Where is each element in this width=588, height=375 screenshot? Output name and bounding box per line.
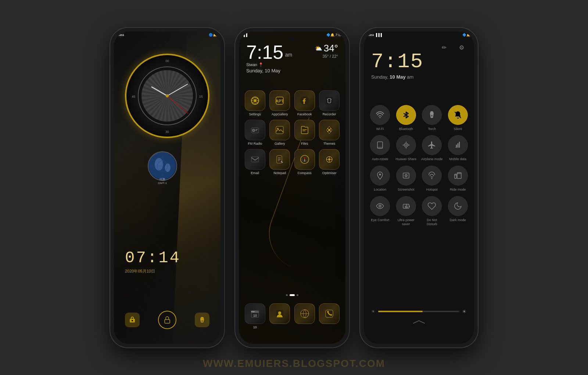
svg-rect-38 (251, 157, 259, 162)
ctrl-hotspot[interactable]: Hotspot (421, 166, 443, 192)
location-icon[interactable] (370, 166, 390, 185)
app-browser[interactable] (294, 303, 315, 329)
huawei-share-icon[interactable] (396, 135, 416, 155)
svg-point-5 (155, 158, 163, 170)
themes-app-icon[interactable] (319, 120, 340, 140)
svg-text:00: 00 (165, 59, 169, 63)
weather-cloud-icon: ⛅ (315, 45, 322, 52)
fmradio-app-icon[interactable] (245, 120, 265, 140)
svg-rect-27 (255, 130, 257, 131)
ride-mode-label: Ride mode (450, 188, 466, 192)
ctrl-ultra-power[interactable]: Ultra power saver (395, 196, 417, 226)
gallery-app-icon[interactable] (269, 120, 290, 140)
notepad-app-icon[interactable] (269, 149, 290, 170)
weather-temperature: 34° (324, 43, 338, 54)
optimiser-app-icon[interactable] (319, 149, 340, 170)
hotspot-icon[interactable] (422, 166, 442, 185)
app-phone[interactable] (319, 303, 340, 329)
home-city: Siwan 📍 (246, 62, 292, 67)
screenshot-icon[interactable] (396, 166, 416, 185)
torch-icon[interactable] (422, 105, 442, 125)
app-settings[interactable]: Settings (244, 90, 266, 116)
page-indicator (286, 294, 298, 296)
ctrl-torch[interactable]: Torch (421, 105, 443, 131)
location-label: Location (374, 188, 386, 192)
edit-icon[interactable]: ✏ (439, 43, 449, 53)
ctrl-dnd[interactable]: Do Not Disturb (421, 196, 443, 226)
status-bar-phone1: Idea 🔵🔔 (118, 33, 217, 37)
app-files[interactable]: Files (294, 120, 315, 145)
wifi-label: Wi-Fi (376, 127, 384, 131)
svg-rect-71 (457, 173, 461, 174)
app-optimiser[interactable]: Optimiser (319, 149, 340, 175)
app-facebook[interactable]: Facebook (294, 90, 315, 116)
brightness-control: ☀ ☀ (371, 309, 467, 314)
appgallery-app-icon[interactable]: APT (269, 90, 290, 111)
silent-icon[interactable] (448, 105, 468, 125)
brightness-fill (378, 311, 423, 312)
app-gallery[interactable]: Gallery (269, 120, 291, 145)
svg-rect-42 (278, 161, 280, 161)
themes-app-label: Themes (323, 142, 336, 145)
ctrl-location[interactable]: Location (369, 166, 391, 192)
camera-icon-lock[interactable] (125, 313, 140, 327)
phone-app-icon[interactable] (319, 303, 340, 324)
calendar-app-icon[interactable]: 10 Sun (245, 303, 265, 324)
app-email[interactable]: Email (244, 149, 266, 175)
dot-1 (286, 294, 288, 296)
app-contacts[interactable] (269, 303, 291, 329)
wifi-icon[interactable] (370, 105, 390, 125)
ctrl-ride-mode[interactable]: Ride mode (447, 166, 469, 192)
mobile-data-icon[interactable] (448, 135, 468, 155)
airplane-icon[interactable] (422, 135, 442, 155)
eye-comfort-icon[interactable] (370, 196, 390, 216)
notepad-app-label: Notepad (273, 171, 286, 175)
ctrl-bluetooth[interactable]: Bluetooth (395, 105, 417, 131)
dot-2-active (290, 294, 295, 296)
phone-lockscreen: Idea 🔵🔔 (110, 28, 224, 347)
ctrl-wifi[interactable]: Wi-Fi (369, 105, 391, 131)
svg-point-36 (330, 131, 331, 132)
ride-mode-icon[interactable] (448, 166, 468, 185)
gallery-app-label: Gallery (275, 142, 285, 145)
email-app-icon[interactable] (245, 149, 265, 170)
app-notepad[interactable]: Notepad (269, 149, 291, 175)
ctrl-eye-comfort[interactable]: Eye Comfort (369, 196, 391, 226)
dark-mode-icon[interactable] (448, 196, 468, 216)
app-themes[interactable]: Themes (319, 120, 340, 145)
app-calendar[interactable]: 10 Sun 10 (244, 303, 266, 329)
torch-label: Torch (428, 127, 436, 131)
settings-app-icon[interactable] (245, 90, 265, 111)
collapse-handle[interactable] (412, 319, 426, 325)
compass-app-icon[interactable] (294, 149, 315, 170)
ctrl-dark-mode[interactable]: Dark mode (447, 196, 469, 226)
ctrl-autorotate[interactable]: Auto-rotate (369, 135, 391, 161)
ctrl-silent[interactable]: Silent (447, 105, 469, 131)
lock-icon-center[interactable] (158, 311, 176, 329)
torch-icon-lock[interactable] (195, 313, 209, 327)
hotspot-label: Hotspot (426, 188, 438, 192)
appgallery-app-label: AppGallery (272, 112, 288, 116)
brightness-track[interactable] (378, 311, 459, 312)
facebook-app-icon[interactable] (294, 90, 315, 111)
settings-icon[interactable]: ⚙ (456, 43, 467, 53)
dnd-label: Do Not Disturb (421, 218, 443, 226)
airplane-label: Airplane mode (421, 157, 442, 161)
autorotate-icon[interactable] (370, 135, 390, 155)
ctrl-huawei-share[interactable]: Huawei Share (395, 135, 417, 161)
bluetooth-icon[interactable] (396, 105, 416, 125)
app-recorder[interactable]: Recorder (319, 90, 340, 116)
ctrl-airplane[interactable]: Airplane mode (421, 135, 443, 161)
ctrl-mobile-data[interactable]: Mobile data (447, 135, 469, 161)
contacts-app-icon[interactable] (269, 303, 290, 324)
dnd-icon[interactable] (422, 196, 442, 216)
ctrl-screenshot[interactable]: Screenshot (395, 166, 417, 192)
app-fmradio[interactable]: FM Radio (244, 120, 266, 145)
recorder-app-icon[interactable] (319, 90, 340, 111)
browser-app-icon[interactable] (294, 303, 315, 324)
ultra-power-icon[interactable] (396, 196, 416, 216)
app-compass[interactable]: Compass (294, 149, 315, 175)
app-appgallery[interactable]: APT AppGallery (269, 90, 291, 116)
files-app-icon[interactable] (294, 120, 315, 140)
camera-notch-phone2 (290, 37, 295, 42)
